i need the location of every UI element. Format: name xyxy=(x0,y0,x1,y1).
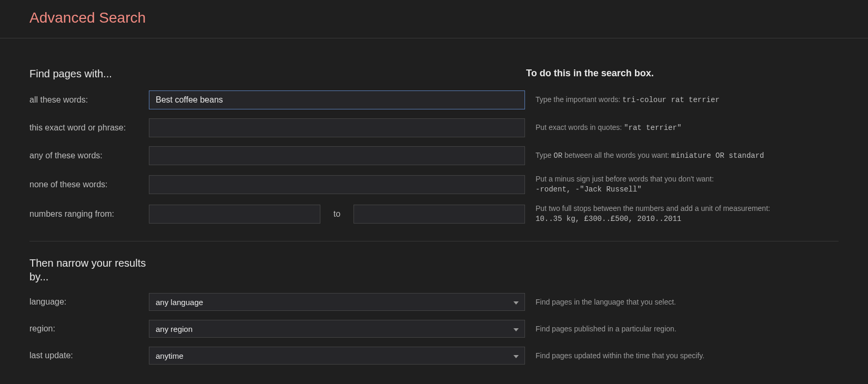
row-last-update: last update: anytime Find pages updated … xyxy=(29,347,839,365)
label-region: region: xyxy=(29,324,149,334)
help-all-words-example: tri-colour rat terrier xyxy=(622,96,720,104)
select-region-value: any region xyxy=(156,325,193,334)
label-all-words: all these words: xyxy=(29,95,149,105)
select-region[interactable]: any region xyxy=(149,320,525,338)
input-range-from[interactable] xyxy=(149,205,320,224)
help-any-or: OR xyxy=(553,151,562,160)
help-none-words: Put a minus sign just before words that … xyxy=(536,174,839,195)
select-last-update[interactable]: anytime xyxy=(149,347,525,365)
help-exact-example: "rat terrier" xyxy=(624,124,681,132)
help-any-example: miniature OR standard xyxy=(671,151,764,160)
help-all-words: Type the important words: tri-colour rat… xyxy=(536,95,839,106)
input-all-words[interactable] xyxy=(149,90,525,109)
row-number-range: numbers ranging from: to Put two full st… xyxy=(29,204,839,224)
help-range-line1: Put two full stops between the numbers a… xyxy=(536,204,770,213)
help-all-words-prefix: Type the important words: xyxy=(536,95,622,104)
label-exact-phrase: this exact word or phrase: xyxy=(29,123,149,133)
input-exact-phrase[interactable] xyxy=(149,118,525,137)
help-any-words: Type OR between all the words you want: … xyxy=(536,150,839,161)
content-area: Find pages with... To do this in the sea… xyxy=(0,68,868,365)
narrow-results-title: Then narrow your results by... xyxy=(29,256,149,284)
label-language: language: xyxy=(29,297,149,307)
label-last-update: last update: xyxy=(29,351,149,360)
help-any-prefix2: between all the words you want: xyxy=(562,151,671,159)
find-section-header: Find pages with... To do this in the sea… xyxy=(29,68,839,80)
input-any-words[interactable] xyxy=(149,146,525,165)
input-range-to[interactable] xyxy=(354,205,525,224)
page-title: Advanced Search xyxy=(29,9,868,26)
select-last-update-value: anytime xyxy=(156,351,184,360)
row-none-words: none of these words: Put a minus sign ju… xyxy=(29,174,839,195)
section-divider xyxy=(29,241,839,241)
label-number-range: numbers ranging from: xyxy=(29,209,149,219)
row-any-words: any of these words: Type OR between all … xyxy=(29,146,839,165)
find-pages-title: Find pages with... xyxy=(29,68,526,80)
select-language-value: any language xyxy=(156,298,203,307)
help-column-title: To do this in the search box. xyxy=(526,68,654,80)
narrow-section-header: Then narrow your results by... xyxy=(29,256,839,284)
help-exact-phrase: Put exact words in quotes: "rat terrier" xyxy=(536,123,839,134)
input-none-words[interactable] xyxy=(149,175,525,194)
range-separator: to xyxy=(320,209,354,219)
help-range-example: 10..35 kg, £300..£500, 2010..2011 xyxy=(536,214,839,225)
select-language[interactable]: any language xyxy=(149,293,525,311)
label-any-words: any of these words: xyxy=(29,151,149,160)
help-none-line1: Put a minus sign just before words that … xyxy=(536,175,714,183)
help-region: Find pages published in a particular reg… xyxy=(536,324,839,335)
row-exact-phrase: this exact word or phrase: Put exact wor… xyxy=(29,118,839,137)
help-none-example: -rodent, -"Jack Russell" xyxy=(536,185,839,195)
help-language: Find pages in the language that you sele… xyxy=(536,297,839,308)
row-language: language: any language Find pages in the… xyxy=(29,293,839,311)
page-header: Advanced Search xyxy=(0,0,868,38)
help-last-update: Find pages updated within the time that … xyxy=(536,351,839,361)
row-all-words: all these words: Type the important word… xyxy=(29,90,839,109)
help-number-range: Put two full stops between the numbers a… xyxy=(536,204,839,224)
help-exact-prefix: Put exact words in quotes: xyxy=(536,123,624,132)
label-none-words: none of these words: xyxy=(29,180,149,189)
help-any-prefix1: Type xyxy=(536,151,553,159)
row-region: region: any region Find pages published … xyxy=(29,320,839,338)
